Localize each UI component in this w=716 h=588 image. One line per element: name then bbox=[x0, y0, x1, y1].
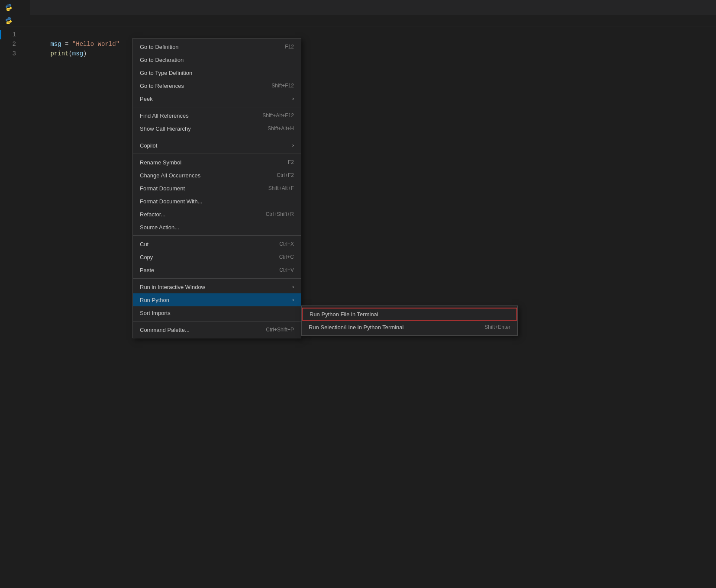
menu-item-change-all-occurrences[interactable]: Change All OccurrencesCtrl+F2 bbox=[133, 169, 301, 182]
menu-item-label-sort-imports: Sort Imports bbox=[140, 310, 294, 316]
submenu-item-label-run-selection-in-python-terminal: Run Selection/Line in Python Terminal bbox=[309, 324, 484, 331]
menu-separator bbox=[133, 107, 301, 107]
menu-item-shortcut-show-call-hierarchy: Shift+Alt+H bbox=[268, 125, 294, 132]
breadcrumb-python-icon bbox=[5, 17, 12, 24]
line-number-3: 3 bbox=[0, 49, 16, 58]
menu-item-run-in-interactive-window[interactable]: Run in Interactive Window› bbox=[133, 280, 301, 293]
menu-item-label-rename-symbol: Rename Symbol bbox=[140, 159, 281, 166]
tab-bar bbox=[0, 0, 716, 15]
menu-item-shortcut-go-to-references: Shift+F12 bbox=[271, 83, 294, 89]
python-file-icon bbox=[5, 4, 12, 11]
menu-item-arrow-copilot: › bbox=[292, 142, 294, 148]
menu-item-go-to-definition[interactable]: Go to DefinitionF12 bbox=[133, 40, 301, 53]
menu-item-label-format-document: Format Document bbox=[140, 185, 261, 192]
menu-item-shortcut-command-palette: Ctrl+Shift+P bbox=[266, 327, 294, 333]
menu-item-peek[interactable]: Peek› bbox=[133, 92, 301, 105]
menu-item-rename-symbol[interactable]: Rename SymbolF2 bbox=[133, 156, 301, 169]
menu-item-shortcut-rename-symbol: F2 bbox=[288, 159, 294, 165]
line-numbers: 1 2 3 bbox=[0, 26, 22, 588]
menu-item-shortcut-change-all-occurrences: Ctrl+F2 bbox=[277, 172, 294, 178]
menu-separator bbox=[133, 321, 301, 321]
menu-item-shortcut-format-document: Shift+Alt+F bbox=[268, 185, 294, 191]
code-fn-print: print bbox=[50, 50, 68, 57]
menu-item-label-go-to-definition: Go to Definition bbox=[140, 44, 278, 50]
menu-item-shortcut-paste: Ctrl+V bbox=[279, 267, 294, 273]
menu-item-label-run-in-interactive-window: Run in Interactive Window bbox=[140, 284, 289, 290]
submenu-item-run-selection-in-python-terminal[interactable]: Run Selection/Line in Python TerminalShi… bbox=[302, 321, 517, 334]
menu-item-arrow-run-in-interactive-window: › bbox=[292, 284, 294, 290]
menu-item-label-paste: Paste bbox=[140, 267, 272, 273]
menu-item-go-to-declaration[interactable]: Go to Declaration bbox=[133, 53, 301, 66]
menu-item-source-action[interactable]: Source Action... bbox=[133, 221, 301, 234]
menu-item-go-to-type-definition[interactable]: Go to Type Definition bbox=[133, 66, 301, 79]
menu-item-label-copy: Copy bbox=[140, 254, 272, 260]
line-number-2: 2 bbox=[0, 39, 16, 49]
menu-item-sort-imports[interactable]: Sort Imports bbox=[133, 306, 301, 319]
menu-item-shortcut-find-all-references: Shift+Alt+F12 bbox=[262, 112, 294, 119]
line-accent bbox=[0, 30, 1, 39]
menu-item-find-all-references[interactable]: Find All ReferencesShift+Alt+F12 bbox=[133, 109, 301, 122]
context-menu: Go to DefinitionF12Go to DeclarationGo t… bbox=[132, 38, 301, 338]
menu-item-format-document-with[interactable]: Format Document With... bbox=[133, 195, 301, 208]
menu-item-label-go-to-declaration: Go to Declaration bbox=[140, 57, 294, 63]
menu-item-command-palette[interactable]: Command Palette...Ctrl+Shift+P bbox=[133, 323, 301, 336]
code-line-2: print(msg) bbox=[29, 39, 716, 49]
menu-item-label-refactor: Refactor... bbox=[140, 211, 259, 218]
tab-close-button[interactable] bbox=[17, 3, 25, 11]
menu-item-arrow-run-python: › bbox=[292, 297, 294, 303]
code-line-1: msg = "Hello World" bbox=[29, 30, 716, 39]
menu-separator bbox=[133, 278, 301, 279]
menu-item-format-document[interactable]: Format DocumentShift+Alt+F bbox=[133, 182, 301, 195]
menu-item-show-call-hierarchy[interactable]: Show Call HierarchyShift+Alt+H bbox=[133, 122, 301, 135]
menu-item-copilot[interactable]: Copilot› bbox=[133, 139, 301, 152]
menu-separator bbox=[133, 235, 301, 236]
menu-item-label-find-all-references: Find All References bbox=[140, 112, 255, 119]
menu-separator bbox=[133, 137, 301, 137]
menu-item-label-change-all-occurrences: Change All Occurrences bbox=[140, 172, 270, 179]
menu-item-copy[interactable]: CopyCtrl+C bbox=[133, 251, 301, 263]
menu-item-label-go-to-type-definition: Go to Type Definition bbox=[140, 70, 294, 76]
menu-item-label-go-to-references: Go to References bbox=[140, 83, 264, 89]
breadcrumb bbox=[0, 15, 716, 26]
menu-item-shortcut-go-to-definition: F12 bbox=[285, 44, 294, 50]
line-number-1: 1 bbox=[0, 30, 16, 39]
menu-item-label-show-call-hierarchy: Show Call Hierarchy bbox=[140, 125, 261, 132]
menu-item-label-source-action: Source Action... bbox=[140, 224, 294, 231]
menu-item-label-cut: Cut bbox=[140, 241, 272, 247]
menu-item-label-format-document-with: Format Document With... bbox=[140, 198, 294, 205]
menu-separator bbox=[133, 154, 301, 154]
code-string-hello: "Hello World" bbox=[72, 41, 119, 48]
menu-item-label-run-python: Run Python bbox=[140, 297, 289, 303]
code-var-msg: msg bbox=[50, 41, 61, 48]
menu-item-label-copilot: Copilot bbox=[140, 142, 289, 149]
menu-item-shortcut-refactor: Ctrl+Shift+R bbox=[266, 211, 294, 217]
menu-item-label-peek: Peek bbox=[140, 96, 289, 102]
submenu-item-run-python-file-in-terminal[interactable]: Run Python File in Terminal bbox=[302, 308, 517, 321]
menu-item-paste[interactable]: PasteCtrl+V bbox=[133, 263, 301, 276]
code-var-msg-arg: msg bbox=[72, 50, 83, 57]
submenu-run-python: Run Python File in TerminalRun Selection… bbox=[301, 305, 518, 336]
menu-item-arrow-peek: › bbox=[292, 96, 294, 102]
tab-hello-py[interactable] bbox=[0, 0, 31, 15]
menu-item-cut[interactable]: CutCtrl+X bbox=[133, 238, 301, 251]
menu-item-label-command-palette: Command Palette... bbox=[140, 327, 259, 333]
code-line-3 bbox=[29, 49, 716, 58]
submenu-item-label-run-python-file-in-terminal: Run Python File in Terminal bbox=[310, 311, 510, 318]
submenu-item-shortcut-run-selection-in-python-terminal: Shift+Enter bbox=[484, 324, 510, 330]
menu-item-shortcut-copy: Ctrl+C bbox=[279, 254, 294, 260]
menu-item-refactor[interactable]: Refactor...Ctrl+Shift+R bbox=[133, 208, 301, 221]
menu-item-run-python[interactable]: Run Python› bbox=[133, 293, 301, 306]
menu-item-shortcut-cut: Ctrl+X bbox=[279, 241, 294, 247]
menu-item-go-to-references[interactable]: Go to ReferencesShift+F12 bbox=[133, 79, 301, 92]
